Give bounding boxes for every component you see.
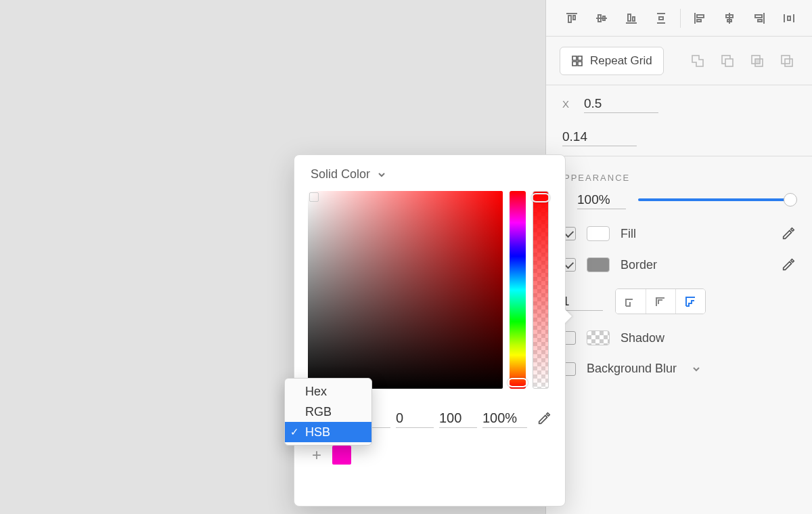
border-swatch[interactable] [587, 257, 610, 272]
secondary-value-input[interactable] [562, 128, 637, 146]
stroke-inner-button[interactable] [616, 289, 646, 314]
fill-row: Fill [562, 226, 796, 241]
appearance-section: Fill Border [546, 190, 812, 376]
color-mode-dropdown[interactable]: Solid Color [308, 166, 551, 191]
align-vcenter-icon[interactable] [587, 5, 616, 32]
repeat-grid-button[interactable]: Repeat Grid [560, 47, 664, 75]
border-eyedropper-icon[interactable] [781, 257, 796, 272]
bgblur-row: Background Blur [562, 362, 796, 376]
x-label: X [562, 98, 574, 110]
picker-eyedropper-icon[interactable] [537, 411, 551, 426]
align-top-icon[interactable] [557, 5, 587, 32]
svg-rect-4 [755, 59, 760, 64]
border-row: Border [562, 257, 796, 272]
color-picker-popover: Solid Color HSB + [294, 154, 566, 507]
alpha-thumb[interactable] [531, 193, 550, 202]
shadow-label: Shadow [621, 331, 664, 345]
x-input[interactable] [584, 95, 658, 113]
alignment-toolbar [546, 0, 812, 37]
bool-exclude-icon[interactable] [775, 49, 798, 72]
boolean-ops [686, 49, 798, 72]
opacity-slider[interactable] [638, 192, 796, 207]
shadow-swatch[interactable] [587, 330, 610, 345]
bgblur-label: Background Blur [587, 362, 677, 376]
slider-thumb[interactable] [784, 193, 797, 207]
shadow-row: Shadow [562, 330, 796, 345]
svg-rect-1 [725, 59, 733, 66]
bool-union-icon[interactable] [686, 49, 709, 72]
border-detail-row [562, 288, 796, 314]
alpha-slider[interactable] [533, 191, 549, 389]
add-swatch-button[interactable]: + [308, 446, 325, 464]
inspector-panel: Repeat Grid X PPEARANCE [545, 0, 812, 514]
distribute-h-icon[interactable] [774, 5, 804, 32]
repeat-grid-label: Repeat Grid [590, 54, 652, 68]
tool-row: Repeat Grid [546, 37, 812, 85]
opacity-row [562, 190, 796, 210]
b-input[interactable] [439, 409, 477, 428]
align-bottom-icon[interactable] [616, 5, 646, 32]
saved-swatch[interactable] [332, 446, 351, 465]
color-model-option-hsb[interactable]: HSB [285, 422, 371, 442]
fill-eyedropper-icon[interactable] [781, 226, 796, 241]
hue-thumb[interactable] [508, 378, 528, 387]
color-model-menu: Hex RGB HSB [284, 378, 372, 446]
fill-swatch[interactable] [587, 226, 610, 241]
chevron-down-icon[interactable] [692, 364, 701, 374]
align-left-icon[interactable] [685, 5, 715, 32]
chevron-down-icon [377, 170, 386, 179]
color-model-option-rgb[interactable]: RGB [285, 402, 371, 422]
a-input[interactable] [482, 409, 527, 428]
bool-intersect-icon[interactable] [746, 49, 769, 72]
stroke-center-button[interactable] [646, 289, 675, 314]
stroke-position-group [615, 288, 706, 314]
align-right-icon[interactable] [744, 5, 774, 32]
grid-icon [571, 55, 583, 67]
appearance-section-title: PPEARANCE [546, 156, 812, 190]
align-hcenter-icon[interactable] [715, 5, 744, 32]
transform-section: X [546, 85, 812, 156]
sb-cursor[interactable] [309, 192, 319, 202]
distribute-v-icon[interactable] [646, 5, 676, 32]
svg-rect-5 [782, 56, 790, 64]
border-label: Border [621, 258, 657, 272]
svg-rect-6 [785, 59, 792, 66]
stroke-outer-button[interactable] [675, 289, 705, 314]
s-input[interactable] [396, 409, 434, 428]
opacity-input[interactable] [577, 191, 626, 209]
saved-swatch-row: + [308, 446, 551, 465]
fill-label: Fill [621, 227, 636, 241]
color-mode-label: Solid Color [311, 167, 370, 181]
hue-slider[interactable] [510, 191, 526, 389]
color-model-option-hex[interactable]: Hex [285, 381, 371, 402]
saturation-brightness-field[interactable] [308, 191, 503, 389]
bool-subtract-icon[interactable] [716, 49, 739, 72]
